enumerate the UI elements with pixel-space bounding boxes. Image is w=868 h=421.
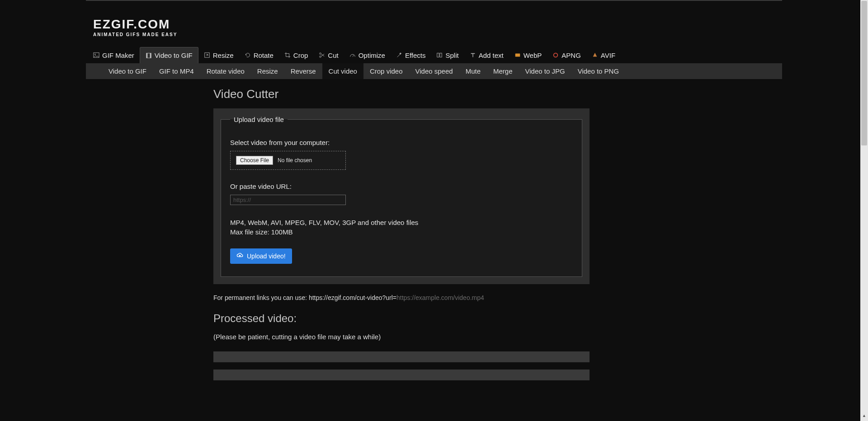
subnav-mute[interactable]: Mute [459, 63, 487, 79]
svg-rect-4 [150, 53, 151, 58]
upload-fieldset: Upload video file Select video from your… [221, 116, 582, 277]
nav-label: GIF Maker [102, 51, 134, 59]
webp-icon [514, 52, 521, 58]
rotate-icon [245, 52, 251, 58]
file-status-text: No file chosen [278, 157, 312, 164]
permalink-hint: For permanent links you can use: https:/… [213, 294, 590, 301]
svg-rect-8 [437, 53, 439, 57]
subnav-video-speed[interactable]: Video speed [409, 63, 459, 79]
nav-label: Video to GIF [155, 51, 193, 59]
nav-label: Effects [405, 51, 426, 59]
svg-point-1 [94, 54, 95, 55]
upload-legend: Upload video file [230, 116, 288, 123]
nav-webp[interactable]: WebP [509, 47, 547, 63]
nav-cut[interactable]: Cut [313, 47, 344, 63]
subnav-crop-video[interactable]: Crop video [363, 63, 409, 79]
scroll-down-arrow[interactable]: ▲ [860, 413, 868, 421]
svg-point-7 [320, 56, 321, 58]
apng-icon [552, 52, 559, 58]
subnav-video-to-jpg[interactable]: Video to JPG [519, 63, 571, 79]
nav-label: Split [445, 51, 458, 59]
nav-effects[interactable]: Effects [391, 47, 431, 63]
processed-heading: Processed video: [213, 312, 782, 325]
film-icon [86, 64, 102, 79]
subnav-video-to-gif[interactable]: Video to GIF [102, 63, 153, 79]
nav-label: Cut [328, 51, 338, 59]
nav-resize[interactable]: Resize [198, 47, 239, 63]
nav-label: AVIF [601, 51, 615, 59]
scissors-icon [319, 52, 325, 58]
scrollbar-thumb[interactable] [861, 1, 867, 145]
svg-rect-10 [515, 54, 520, 57]
upload-button-label: Upload video! [247, 253, 286, 260]
secondary-nav: Video to GIFGIF to MP4Rotate videoResize… [86, 63, 782, 79]
nav-optimize[interactable]: Optimize [344, 47, 391, 63]
nav-split[interactable]: Split [431, 47, 464, 63]
nav-add-text[interactable]: Add text [464, 47, 509, 63]
wand-icon [396, 52, 402, 58]
crop-icon [284, 52, 291, 58]
processed-note: (Please be patient, cutting a video file… [213, 333, 782, 341]
text-icon [470, 52, 476, 58]
film-icon [146, 52, 152, 59]
subnav-video-to-png[interactable]: Video to PNG [571, 63, 625, 79]
site-header: EZGIF.COM ANIMATED GIFS MADE EASY [86, 1, 782, 47]
video-url-input[interactable] [230, 195, 346, 205]
page-title: Video Cutter [213, 87, 782, 101]
subnav-reverse[interactable]: Reverse [284, 63, 322, 79]
logo[interactable]: EZGIF.COM ANIMATED GIFS MADE EASY [93, 18, 775, 37]
nav-label: Resize [213, 51, 234, 59]
resize-icon [204, 52, 210, 58]
nav-label: WebP [524, 51, 542, 59]
svg-point-11 [554, 53, 558, 57]
permalink-prefix: For permanent links you can use: https:/… [213, 294, 396, 301]
result-strip-2 [213, 370, 590, 380]
split-icon [436, 52, 443, 58]
svg-point-6 [320, 53, 321, 55]
image-icon [93, 52, 99, 58]
subnav-resize[interactable]: Resize [251, 63, 284, 79]
primary-nav: GIF MakerVideo to GIFResizeRotateCropCut… [86, 47, 782, 63]
subnav-rotate-video[interactable]: Rotate video [200, 63, 251, 79]
nav-video-to-gif[interactable]: Video to GIF [140, 47, 198, 63]
format-hint: MP4, WebM, AVI, MPEG, FLV, MOV, 3GP and … [230, 218, 573, 227]
logo-text-sub: ANIMATED GIFS MADE EASY [93, 33, 775, 37]
scrollbar[interactable]: ▲ ▲ [860, 0, 868, 421]
result-strip-1 [213, 351, 590, 362]
logo-text-main: EZGIF.COM [93, 18, 775, 31]
subnav-cut-video[interactable]: Cut video [322, 63, 363, 79]
nav-apng[interactable]: APNG [547, 47, 586, 63]
svg-rect-3 [146, 53, 148, 58]
upload-panel: Upload video file Select video from your… [213, 108, 590, 284]
nav-label: Rotate [254, 51, 274, 59]
choose-file-button[interactable]: Choose File [236, 156, 273, 165]
nav-label: Add text [479, 51, 504, 59]
nav-avif[interactable]: AVIF [586, 47, 621, 63]
url-label: Or paste video URL: [230, 182, 573, 190]
nav-label: APNG [561, 51, 581, 59]
file-dropzone[interactable]: Choose File No file chosen [230, 151, 346, 170]
nav-rotate[interactable]: Rotate [239, 47, 279, 63]
nav-gif-maker[interactable]: GIF Maker [88, 47, 140, 63]
select-file-label: Select video from your computer: [230, 139, 573, 146]
left-gutter [86, 79, 213, 398]
nav-label: Crop [293, 51, 308, 59]
nav-crop[interactable]: Crop [279, 47, 314, 63]
cloud-upload-icon [236, 252, 243, 260]
nav-label: Optimize [359, 51, 385, 59]
gauge-icon [349, 52, 356, 58]
upload-button[interactable]: Upload video! [230, 248, 292, 264]
subnav-gif-to-mp4[interactable]: GIF to MP4 [153, 63, 200, 79]
avif-icon [592, 52, 598, 58]
size-hint: Max file size: 100MB [230, 227, 573, 237]
svg-rect-9 [440, 53, 442, 57]
permalink-example: https://example.com/video.mp4 [396, 294, 484, 301]
subnav-merge[interactable]: Merge [487, 63, 519, 79]
